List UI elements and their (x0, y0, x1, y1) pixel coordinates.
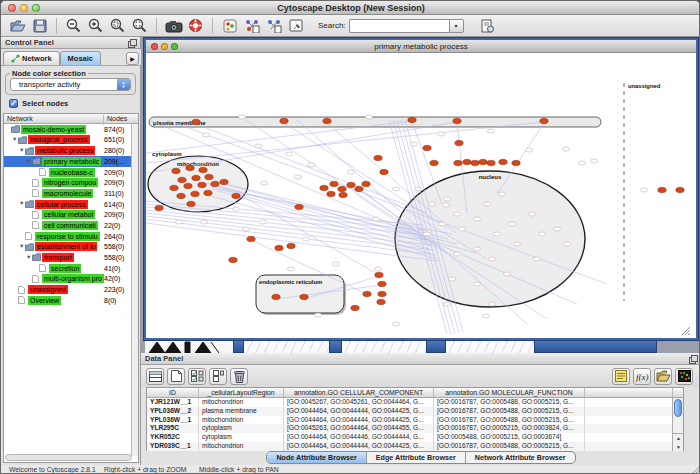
annotation-icon[interactable] (286, 17, 305, 35)
table-cell[interactable]: [GO:0005488, GO:0005215, GO:0003674] (434, 433, 585, 442)
network-node-selected[interactable] (295, 204, 303, 209)
zoom-out-icon[interactable] (64, 17, 83, 35)
network-node[interactable] (372, 217, 379, 221)
network-node[interactable] (448, 277, 455, 281)
open-file-icon[interactable] (8, 17, 27, 35)
import-attributes-icon[interactable] (654, 368, 672, 385)
network-node[interactable] (590, 159, 597, 163)
network-nodes-icon[interactable] (264, 17, 283, 35)
network-node[interactable] (453, 252, 460, 256)
table-icon[interactable] (146, 368, 164, 385)
background-window-titlebar[interactable] (426, 340, 446, 353)
network-node-selected[interactable] (191, 191, 199, 196)
scrollbar-thumb[interactable] (674, 399, 682, 417)
tab-edge-attribute-browser[interactable]: Edge Attribute Browser (367, 452, 466, 463)
network-node[interactable] (503, 272, 510, 276)
table-cell[interactable]: plasma membrane (199, 407, 284, 416)
network-node-selected[interactable] (300, 294, 308, 299)
table-cell[interactable]: YDR039C__1 (147, 442, 199, 451)
network-node-selected[interactable] (512, 160, 520, 165)
network-node-selected[interactable] (272, 294, 280, 299)
network-node-selected[interactable] (347, 182, 355, 187)
network-node[interactable] (640, 188, 647, 192)
network-node-selected[interactable] (355, 186, 363, 191)
network-node-selected[interactable] (204, 190, 212, 195)
table-cell[interactable]: mitochondrion (199, 416, 284, 425)
tree-row-cell-communicati[interactable]: cell communicati22(0) (4, 220, 132, 231)
table-cell[interactable]: YPL036W__1 (147, 416, 199, 425)
canvas-resize-grip[interactable] (682, 327, 690, 335)
network-node-selected[interactable] (408, 117, 416, 122)
network-node-selected[interactable] (280, 118, 288, 123)
network-node[interactable] (307, 163, 314, 167)
network-node-selected[interactable] (232, 193, 240, 198)
network-node-selected[interactable] (676, 187, 684, 192)
network-canvas[interactable]: plasma membrane cytoplasm mitochondrion … (146, 53, 692, 337)
network-node-selected[interactable] (362, 181, 370, 186)
table-cell[interactable]: YJR121W__1 (147, 398, 199, 407)
network-node-selected[interactable] (499, 159, 507, 164)
network-node[interactable] (428, 202, 435, 206)
network-node[interactable] (294, 175, 301, 179)
tree-expander-icon[interactable]: ▼ (26, 254, 31, 260)
network-node-selected[interactable] (184, 183, 192, 188)
tab-network-attribute-browser[interactable]: Network Attribute Browser (466, 452, 575, 463)
network-node[interactable] (553, 227, 560, 231)
network-node[interactable] (473, 247, 480, 251)
network-node[interactable] (365, 115, 372, 119)
tab-overflow-button[interactable]: ▶ (126, 52, 139, 65)
scrollbar-arrows[interactable]: ▲▼ (673, 433, 684, 451)
network-node[interactable] (488, 257, 495, 261)
zoom-in-icon[interactable] (86, 17, 105, 35)
network-node[interactable] (374, 267, 381, 271)
column-header[interactable]: _cellularLayoutRegion (199, 388, 284, 397)
snapshot-icon[interactable] (164, 17, 183, 35)
background-window-titlebar[interactable] (329, 340, 342, 353)
network-node-selected[interactable] (487, 160, 495, 165)
network-node[interactable] (423, 232, 430, 236)
network-node[interactable] (238, 115, 245, 119)
new-attribute-icon[interactable] (167, 368, 185, 385)
tab-network[interactable]: Network (3, 51, 60, 65)
tree-expander-icon[interactable]: ▼ (19, 243, 24, 249)
network-node-selected[interactable] (339, 192, 347, 197)
notes-icon[interactable] (612, 368, 630, 385)
network-node[interactable] (513, 242, 520, 246)
background-window-thumbnail[interactable] (342, 340, 426, 353)
network-node-selected[interactable] (323, 118, 331, 123)
node-color-dropdown[interactable]: transporter activity ▲▼ (10, 78, 131, 91)
zoom-fit-icon[interactable] (130, 17, 149, 35)
background-window-thumbnail[interactable] (446, 340, 534, 353)
window-resize-grip[interactable] (691, 466, 700, 474)
tree-row-transport[interactable]: ▼transport558(0) (4, 252, 132, 263)
network-node[interactable] (254, 144, 261, 148)
network-node-selected[interactable] (423, 145, 431, 150)
network-node-selected[interactable] (540, 118, 548, 123)
network-node[interactable] (487, 129, 494, 133)
network-node[interactable] (443, 302, 450, 306)
column-header[interactable]: annotation.GO MOLECULAR_FUNCTION (434, 388, 585, 397)
save-session-icon[interactable] (30, 17, 49, 35)
network-node-selected[interactable] (463, 159, 471, 164)
network-node[interactable] (285, 152, 292, 156)
network-node[interactable] (200, 220, 207, 224)
network-node[interactable] (453, 212, 460, 216)
vizmapper-icon[interactable] (220, 17, 239, 35)
help-icon[interactable] (186, 17, 205, 35)
table-cell[interactable]: YKR052C (147, 433, 199, 442)
table-cell[interactable]: [GO:0016787, GO:0005215, GO:0003824, G..… (434, 424, 585, 433)
background-window-titlebar[interactable] (534, 340, 657, 353)
tab-mosaic[interactable]: Mosaic (60, 51, 101, 65)
background-window-titlebar[interactable] (233, 340, 244, 353)
background-window-thumbnail[interactable] (145, 340, 233, 353)
network-node[interactable] (473, 282, 480, 286)
network-node[interactable] (392, 322, 399, 326)
network-node-selected[interactable] (199, 167, 207, 172)
network-node-selected[interactable] (186, 165, 194, 170)
network-node[interactable] (314, 313, 321, 317)
select-attributes-icon[interactable] (188, 368, 206, 385)
table-cell[interactable]: YLR295C (147, 424, 199, 433)
network-node[interactable] (483, 202, 490, 206)
tree-row-secretion[interactable]: secretion41(0) (4, 263, 132, 274)
network-node[interactable] (578, 161, 585, 165)
